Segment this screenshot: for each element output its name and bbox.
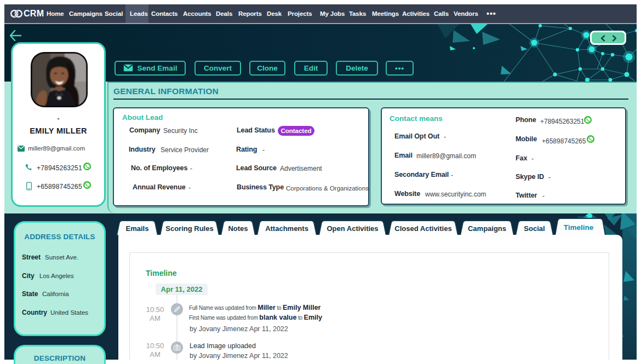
svg-text:Closed Activities: Closed Activities: [394, 224, 451, 233]
svg-text:Campaigns: Campaigns: [468, 224, 506, 233]
svg-text:Open Activities: Open Activities: [327, 224, 378, 233]
svg-text:Attachments: Attachments: [265, 224, 308, 233]
svg-text:Notes: Notes: [228, 224, 248, 233]
svg-text:Scoring Rules: Scoring Rules: [165, 224, 213, 233]
svg-text:Timeline: Timeline: [564, 223, 594, 232]
svg-text:Social: Social: [524, 224, 545, 233]
svg-text:Emails: Emails: [126, 224, 149, 233]
